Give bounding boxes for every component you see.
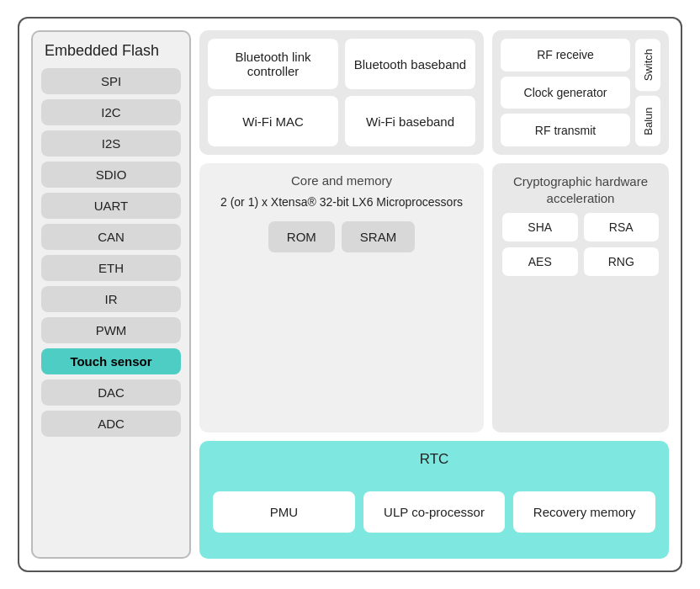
crypto-item: AES	[502, 247, 578, 276]
rf-vertical: SwitchBalun	[635, 39, 660, 146]
core-chips: ROMSRAM	[209, 221, 474, 252]
embedded-flash-title: Embedded Flash	[41, 42, 181, 60]
crypto-title: Cryptographic hardware acceleration	[502, 173, 659, 206]
peripheral-item: I2S	[41, 130, 181, 157]
wireless-item: Bluetooth link controller	[208, 39, 338, 89]
crypto-item: SHA	[502, 213, 578, 241]
rf-item: RF transmit	[501, 114, 630, 146]
wireless-block: Bluetooth link controllerBluetooth baseb…	[199, 30, 484, 155]
core-desc: 2 (or 1) x Xtensa® 32-bit LX6 Microproce…	[209, 194, 474, 211]
peripheral-item: DAC	[41, 379, 181, 406]
top-row: Bluetooth link controllerBluetooth baseb…	[199, 30, 669, 155]
peripheral-item: SDIO	[41, 162, 181, 188]
chip-diagram: Embedded Flash SPII2CI2SSDIOUARTCANETHIR…	[18, 17, 682, 572]
peripheral-item: I2C	[41, 99, 181, 125]
peripheral-item: ADC	[41, 411, 181, 437]
rtc-item: ULP co-processor	[363, 491, 506, 533]
core-block: Core and memory 2 (or 1) x Xtensa® 32-bi…	[199, 163, 484, 432]
peripheral-item: PWM	[41, 317, 181, 343]
core-chip: SRAM	[342, 221, 415, 252]
rtc-block: RTC PMUULP co-processorRecovery memory	[199, 441, 669, 559]
middle-row: Core and memory 2 (or 1) x Xtensa® 32-bi…	[199, 163, 669, 432]
core-chip: ROM	[268, 221, 335, 252]
peripheral-item: UART	[41, 193, 181, 219]
wireless-item: Wi-Fi MAC	[208, 96, 338, 146]
embedded-flash-section: Embedded Flash SPII2CI2SSDIOUARTCANETHIR…	[31, 30, 191, 559]
rf-item: Clock generator	[501, 77, 630, 109]
rtc-item: Recovery memory	[513, 491, 655, 533]
crypto-block: Cryptographic hardware acceleration SHAR…	[492, 163, 669, 432]
crypto-item: RSA	[584, 213, 660, 241]
peripheral-item: CAN	[41, 224, 181, 250]
rf-item: RF receive	[501, 39, 630, 72]
peripheral-item: IR	[41, 286, 181, 312]
rf-block: RF receiveClock generatorRF transmit Swi…	[492, 30, 669, 155]
rtc-item: PMU	[213, 491, 355, 533]
wireless-item: Bluetooth baseband	[345, 39, 475, 89]
rtc-title: RTC	[213, 451, 655, 468]
wireless-item: Wi-Fi baseband	[345, 96, 475, 146]
peripheral-item: SPI	[41, 68, 181, 94]
crypto-grid: SHARSAAESRNG	[502, 213, 659, 276]
core-title: Core and memory	[209, 173, 474, 188]
crypto-item: RNG	[584, 247, 660, 276]
right-area: Bluetooth link controllerBluetooth baseb…	[199, 30, 669, 559]
rf-vertical-item: Balun	[635, 96, 660, 146]
rf-main: RF receiveClock generatorRF transmit	[501, 39, 630, 146]
rf-vertical-item: Switch	[635, 39, 660, 91]
peripheral-item: Touch sensor	[41, 348, 181, 374]
peripheral-item: ETH	[41, 255, 181, 281]
rtc-items: PMUULP co-processorRecovery memory	[213, 475, 655, 549]
